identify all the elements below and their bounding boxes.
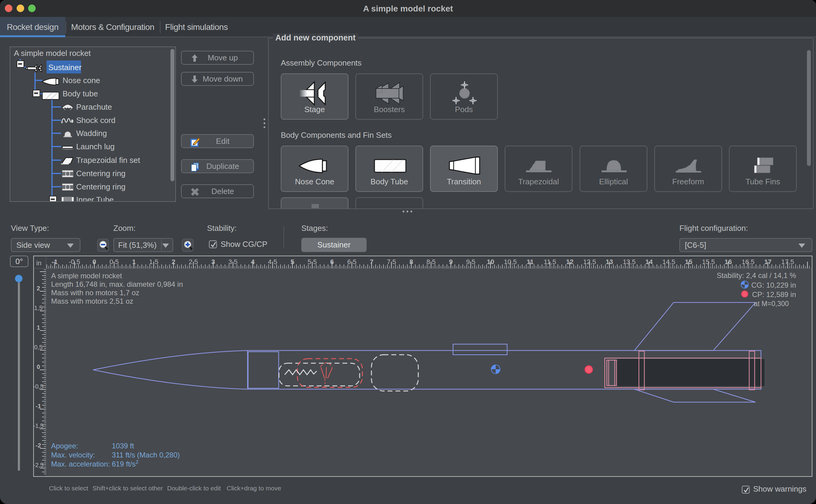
svg-text:Mass with motors 2,51 oz: Mass with motors 2,51 oz (51, 297, 133, 305)
svg-text:3,5: 3,5 (228, 258, 238, 266)
svg-text:CP: 12,589 in: CP: 12,589 in (752, 290, 796, 299)
svg-text:-0,5: -0,5 (34, 383, 44, 390)
svg-text:Length 16,748 in, max. diamete: Length 16,748 in, max. diameter 0,984 in (51, 280, 183, 288)
svg-text:-0,5: -0,5 (69, 258, 80, 266)
svg-text:9: 9 (449, 258, 453, 266)
svg-text:Apogee:: Apogee: (51, 442, 78, 450)
svg-text:1: 1 (37, 324, 40, 331)
svg-text:0: 0 (37, 363, 40, 370)
svg-text:7,5: 7,5 (387, 258, 396, 266)
svg-text:2: 2 (37, 285, 40, 292)
svg-text:17,5: 17,5 (781, 258, 794, 266)
svg-text:11: 11 (526, 258, 533, 266)
svg-text:Stability: 2,4 cal / 14,1 %: Stability: 2,4 cal / 14,1 % (717, 271, 796, 279)
svg-text:Max. velocity:: Max. velocity: (51, 451, 95, 459)
svg-text:13,5: 13,5 (623, 258, 636, 266)
svg-text:Mass with no motors 1,7 oz: Mass with no motors 1,7 oz (51, 289, 139, 297)
svg-text:1,5: 1,5 (149, 258, 158, 266)
svg-text:CG: 10,229 in: CG: 10,229 in (751, 281, 796, 289)
svg-text:at M=0,300: at M=0,300 (754, 300, 789, 308)
svg-text:6,5: 6,5 (347, 258, 357, 266)
svg-text:12,5: 12,5 (583, 258, 596, 266)
svg-text:15,5: 15,5 (702, 258, 715, 266)
svg-text:11,5: 11,5 (544, 258, 556, 266)
svg-text:-2: -2 (36, 442, 41, 449)
svg-text:5,5: 5,5 (308, 258, 317, 266)
svg-text:17: 17 (764, 258, 771, 266)
svg-text:4: 4 (251, 258, 255, 266)
svg-text:14: 14 (645, 258, 653, 266)
svg-text:2,5: 2,5 (189, 258, 198, 266)
svg-text:3: 3 (211, 258, 215, 266)
svg-text:311 ft/s (Mach 0,280): 311 ft/s (Mach 0,280) (112, 451, 180, 459)
svg-text:619 ft/s2: 619 ft/s2 (112, 459, 138, 468)
svg-text:-2,5: -2,5 (34, 462, 44, 468)
svg-text:-1: -1 (36, 403, 41, 409)
svg-text:0,5: 0,5 (109, 258, 119, 266)
svg-text:6: 6 (330, 258, 334, 266)
svg-text:A simple model rocket: A simple model rocket (51, 272, 122, 280)
svg-text:8: 8 (410, 258, 413, 266)
svg-text:0,5: 0,5 (34, 344, 43, 351)
svg-text:-1,5: -1,5 (34, 422, 44, 429)
svg-text:14,5: 14,5 (662, 258, 675, 266)
svg-text:7: 7 (370, 258, 374, 266)
svg-text:8,5: 8,5 (426, 258, 436, 266)
svg-text:1: 1 (132, 258, 136, 266)
svg-text:16,5: 16,5 (742, 258, 755, 266)
svg-text:Max. acceleration:: Max. acceleration: (51, 460, 110, 468)
svg-text:4,5: 4,5 (268, 258, 277, 266)
svg-text:0: 0 (92, 258, 96, 266)
svg-text:13: 13 (606, 258, 613, 266)
svg-text:12: 12 (566, 258, 573, 266)
svg-text:1,5: 1,5 (34, 305, 43, 311)
svg-text:-1: -1 (52, 258, 58, 266)
svg-text:9,5: 9,5 (466, 258, 475, 266)
svg-text:5: 5 (290, 258, 294, 266)
svg-text:10,5: 10,5 (504, 258, 517, 266)
svg-text:in: in (36, 259, 41, 267)
svg-text:16: 16 (724, 258, 732, 266)
svg-text:10: 10 (487, 258, 494, 266)
svg-text:2: 2 (172, 258, 175, 266)
svg-text:1039 ft: 1039 ft (112, 442, 134, 450)
svg-text:15: 15 (685, 258, 692, 266)
